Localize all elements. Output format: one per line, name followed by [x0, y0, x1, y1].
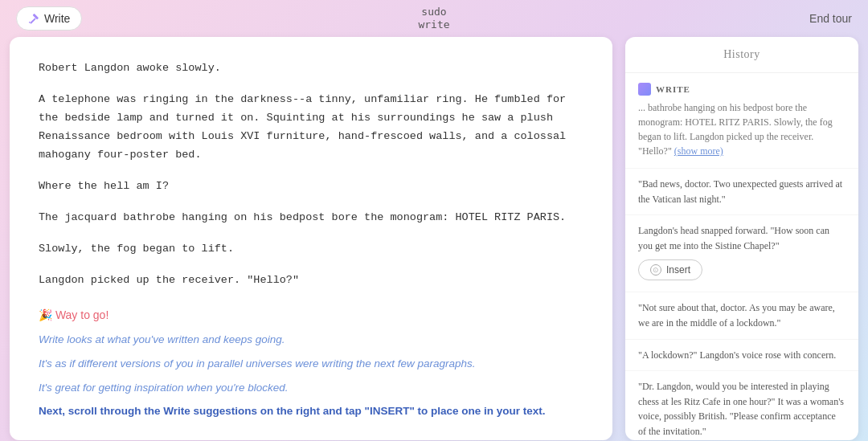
editor-p6: Langdon picked up the receiver. "Hello?"	[39, 272, 583, 290]
history-header: History	[625, 37, 858, 73]
history-quote-2: Langdon's head snapped forward. "How soo…	[638, 223, 845, 253]
pencil-icon	[28, 13, 39, 24]
editor-p3: Where the hell am I?	[39, 178, 583, 196]
history-panel[interactable]: History WRITE ... bathrobe hanging on hi…	[625, 37, 858, 440]
editor-p1: Robert Langdon awoke slowly.	[39, 59, 583, 78]
write-icon-small	[638, 83, 651, 96]
history-quote-block-1: "Bad news, doctor. Two unexpected guests…	[625, 169, 858, 215]
editor-content: Robert Langdon awoke slowly. A telephone…	[39, 59, 583, 289]
editor-panel: Robert Langdon awoke slowly. A telephone…	[10, 37, 612, 440]
svg-rect-0	[30, 18, 36, 24]
insert-icon-1: ⊙	[650, 264, 661, 276]
history-quote-block-3: "Not sure about that, doctor. As you may…	[625, 292, 858, 339]
logo: sudo write	[418, 6, 449, 31]
tutorial-title: 🎉 Way to go!	[39, 308, 583, 321]
history-quote-4: "A lockdown?" Langdon's voice rose with …	[638, 348, 845, 363]
write-label-text: WRITE	[656, 84, 690, 94]
history-quote-3: "Not sure about that, doctor. As you may…	[638, 300, 845, 330]
history-write-text: ... bathrobe hanging on his bedpost bore…	[638, 100, 845, 158]
editor-p2: A telephone was ringing in the darkness-…	[39, 91, 583, 165]
history-quote-5: "Dr. Langdon, would you be interested in…	[638, 379, 845, 439]
history-quote-block-5: "Dr. Langdon, would you be interested in…	[625, 371, 858, 440]
history-quote-block-4: "A lockdown?" Langdon's voice rose with …	[625, 340, 858, 372]
main-layout: Robert Langdon awoke slowly. A telephone…	[0, 37, 868, 441]
end-tour-button[interactable]: End tour	[809, 12, 852, 25]
top-bar: Write sudo write End tour	[0, 0, 868, 37]
logo-text: sudo write	[418, 6, 449, 31]
history-quote-block-2: Langdon's head snapped forward. "How soo…	[625, 215, 858, 292]
write-btn-label: Write	[44, 12, 70, 25]
show-more-link[interactable]: (show more)	[674, 145, 723, 157]
tutorial-section: 🎉 Way to go! Write looks at what you've …	[39, 308, 583, 419]
editor-p5: Slowly, the fog began to lift.	[39, 240, 583, 259]
tutorial-line3: It's great for getting inspiration when …	[39, 379, 583, 397]
tutorial-cta: Next, scroll through the Write suggestio…	[39, 402, 583, 420]
history-write-block: WRITE ... bathrobe hanging on his bedpos…	[625, 73, 858, 169]
tutorial-line1: Write looks at what you've written and k…	[39, 331, 583, 349]
history-quote-1: "Bad news, doctor. Two unexpected guests…	[638, 177, 845, 206]
insert-button-1[interactable]: ⊙ Insert	[638, 259, 702, 280]
editor-p4: The jacquard bathrobe hanging on his bed…	[39, 209, 583, 227]
tutorial-line2: It's as if different versions of you in …	[39, 355, 583, 373]
write-button[interactable]: Write	[16, 6, 82, 31]
history-write-label: WRITE	[638, 83, 845, 96]
